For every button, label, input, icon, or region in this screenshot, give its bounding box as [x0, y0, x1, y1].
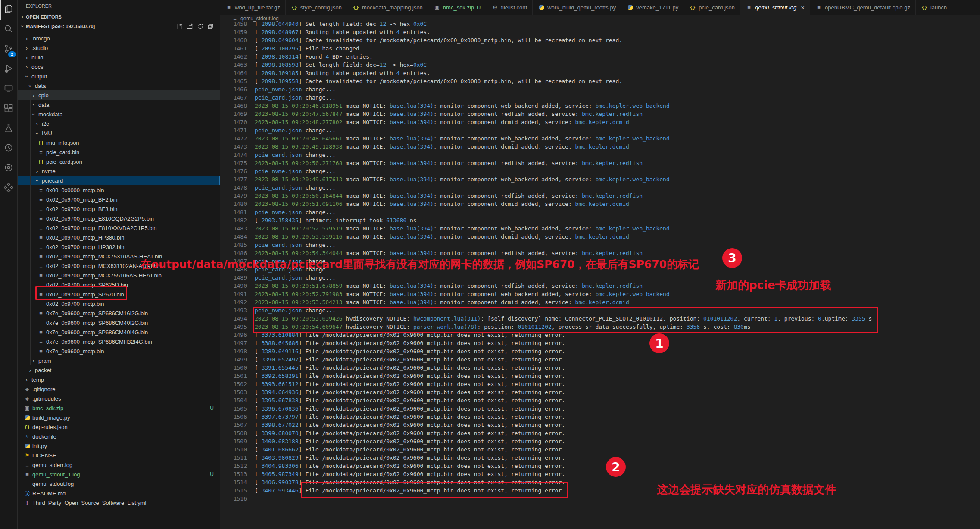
log-line-1513[interactable]: 1513[ 3405.987349] File /mockdata/pcieca… — [220, 470, 980, 478]
log-line-1470[interactable]: 14702023-08-15 09:20:48.277802 maca NOTI… — [220, 118, 980, 126]
tree-item-docs[interactable]: ›docs — [17, 62, 220, 72]
tree-item-build[interactable]: ›build — [17, 53, 220, 62]
log-line-1488[interactable]: 1488pcie_card.json change... — [220, 265, 980, 274]
activity-search-circle-button[interactable] — [0, 159, 17, 178]
new-file-icon[interactable] — [175, 22, 184, 31]
tab-work-build-qemu-rootfs-py[interactable]: work_build_qemu_rootfs.py — [533, 0, 621, 15]
tree-item-readme-md[interactable]: iREADME.md — [17, 489, 220, 498]
close-icon[interactable]: × — [801, 4, 805, 11]
log-line-1515[interactable]: 1515[ 3407.993446] File /mockdata/pcieca… — [220, 486, 980, 495]
activity-search-button[interactable] — [0, 20, 17, 40]
activity-testing-button[interactable] — [0, 119, 17, 139]
tree-item-0x7e-0x9600-mctp-sp686cm40i2g-bin[interactable]: ≡0x7e_0x9600_mctp_SP686CM40I2G.bin — [17, 318, 220, 327]
log-line-1503[interactable]: 1503[ 3394.664936] File /mockdata/pcieca… — [220, 388, 980, 396]
tree-item-imu-info-json[interactable]: {}imu_info.json — [17, 138, 220, 147]
log-line-1510[interactable]: 1510[ 3401.686662] File /mockdata/pcieca… — [220, 445, 980, 454]
log-line-1486[interactable]: 14862023-08-15 09:20:54.344044 maca NOTI… — [220, 249, 980, 257]
tree-item-pcie-card-bin[interactable]: ≡pcie_card.bin — [17, 147, 220, 157]
collapse-all-icon[interactable] — [206, 22, 215, 31]
tree-item-data[interactable]: ›data — [17, 100, 220, 109]
log-line-1500[interactable]: 1500[ 3391.655445] File /mockdata/pcieca… — [220, 364, 980, 372]
log-line-1492[interactable]: 14922023-08-15 09:20:53.504213 maca NOTI… — [220, 298, 980, 306]
log-line-1479[interactable]: 14792023-08-15 09:20:50.164844 maca NOTI… — [220, 192, 980, 200]
tree-item-0x02-0x9700-mctp-hp382-bin[interactable]: ≡0x02_0x9700_mctp_HP382.bin — [17, 242, 220, 252]
log-line-1465[interactable]: 1465[ 2098.109558] Cache invalidated for… — [220, 77, 980, 85]
tree-item-0x02-0x9700-mctp-hp380-bin[interactable]: ≡0x02_0x9700_mctp_HP380.bin — [17, 233, 220, 242]
log-line-1508[interactable]: 1508[ 3399.680070] File /mockdata/pcieca… — [220, 429, 980, 437]
tree-item-bmc-sdk-zip[interactable]: ▣bmc_sdk.zipU — [17, 403, 220, 413]
log-line-1507[interactable]: 1507[ 3398.677022] File /mockdata/pcieca… — [220, 421, 980, 429]
log-line-1476[interactable]: 1476pcie_nvme.json change... — [220, 167, 980, 175]
tree-item-0x02-0x9700-mctp-mcx755106as-heat-bin[interactable]: ≡0x02_0x9700_mctp_MCX755106AS-HEAT.bin — [17, 271, 220, 280]
breadcrumb[interactable]: ≡ qemu_stdout.log — [220, 15, 980, 22]
tree-item-license[interactable]: ⚑LICENSE — [17, 451, 220, 460]
log-line-1512[interactable]: 1512[ 3404.983306] File /mockdata/pcieca… — [220, 462, 980, 470]
tree-item-cpio[interactable]: ›cpio — [17, 90, 220, 100]
tree-item-qemu-stdout-log[interactable]: ≡qemu_stdout.log — [17, 479, 220, 489]
log-line-1481[interactable]: 1481pcie_nvme.json change... — [220, 208, 980, 216]
log-line-1487[interactable]: 1487pcie_nvme.json change... — [220, 257, 980, 265]
tree-item-imu[interactable]: ›IMU — [17, 128, 220, 138]
log-line-1511[interactable]: 1511[ 3403.980829] File /mockdata/pcieca… — [220, 454, 980, 462]
log-line-1506[interactable]: 1506[ 3397.673797] File /mockdata/pcieca… — [220, 413, 980, 421]
log-line-1480[interactable]: 14802023-08-15 09:20:51.091106 maca NOTI… — [220, 200, 980, 208]
new-folder-icon[interactable] — [185, 22, 194, 31]
tree-item-gitignore[interactable]: ◆.gitignore — [17, 384, 220, 394]
tree-item-0x02-0x9700-mctp-mcx631102an-adat-bin[interactable]: ≡0x02_0x9700_mctp_MCX631102AN-ADAT.bin — [17, 261, 220, 271]
tree-item-0x02-0x9700-mctp-bf2-bin[interactable]: ≡0x02_0x9700_mctp_BF2.bin — [17, 195, 220, 204]
log-line-1499[interactable]: 1499[ 3390.652497] File /mockdata/pcieca… — [220, 355, 980, 364]
activity-run-debug-button[interactable] — [0, 59, 17, 79]
tree-item-0x7e-0x9600-mctp-bin[interactable]: ≡0x7e_0x9600_mctp.bin — [17, 346, 220, 356]
ellipsis-icon[interactable]: ⋯ — [206, 2, 213, 10]
tree-item-studio[interactable]: ›.studio — [17, 43, 220, 53]
tab-bmc-sdk-zip[interactable]: ▣bmc_sdk.zipU — [428, 0, 487, 15]
log-line-1497[interactable]: 1497[ 3388.645686] File /mockdata/pcieca… — [220, 339, 980, 347]
tree-item-init-py[interactable]: init.py — [17, 441, 220, 451]
tree-item-third-party-open-source-software-list-yml[interactable]: !Third_Party_Open_Source_Software_List.y… — [17, 498, 220, 507]
activity-remote-explorer-button[interactable] — [0, 79, 17, 99]
tree-item-nvme[interactable]: ›nvme — [17, 166, 220, 176]
tab-mockdata-mapping-json[interactable]: {}mockdata_mapping.json — [347, 0, 428, 15]
log-line-1460[interactable]: 1460[ 2098.049604] Cache invalidated for… — [220, 36, 980, 44]
log-line-1477[interactable]: 14772023-08-15 09:20:49.617613 maca NOTI… — [220, 175, 980, 184]
activity-extensions-button[interactable] — [0, 99, 17, 119]
tree-item-dep-rules-json[interactable]: {}dep-rules.json — [17, 422, 220, 432]
tree-item-0x02-0x9700-mctp-e810xxvda2g1p5-bin[interactable]: ≡0x02_0x9700_mctp_E810XXVDA2G1P5.bin — [17, 223, 220, 233]
tab-qemu-stdout-log[interactable]: ≡qemu_stdout.log× — [740, 0, 810, 15]
tree-item-0x02-0x9700-mctp-bf3-bin[interactable]: ≡0x02_0x9700_mctp_BF3.bin — [17, 204, 220, 214]
log-line-1474[interactable]: 1474pcie_card.json change... — [220, 151, 980, 159]
log-line-1493[interactable]: 1493pcie_nvme.json change... — [220, 306, 980, 314]
activity-pieces-button[interactable] — [0, 178, 17, 198]
log-line-1469[interactable]: 14692023-08-15 09:20:47.567847 maca NOTI… — [220, 110, 980, 118]
log-line-1461[interactable]: 1461[ 2098.100295] File has changed. — [220, 44, 980, 53]
log-line-1478[interactable]: 1478pcie_card.json change... — [220, 184, 980, 192]
tree-item-data[interactable]: ›data — [17, 81, 220, 90]
tree-item-build-image-py[interactable]: build_image.py — [17, 413, 220, 422]
log-line-1471[interactable]: 1471pcie_nvme.json change... — [220, 126, 980, 134]
log-line-1467[interactable]: 1467pcie_card.json change... — [220, 93, 980, 102]
log-line-1473[interactable]: 14732023-08-15 09:20:49.128938 maca NOTI… — [220, 143, 980, 151]
tree-item-qemu-stdout-1-log[interactable]: ≡qemu_stdout_1.logU — [17, 470, 220, 479]
log-line-1494[interactable]: 14942023-08-15 09:20:53.039426 hwdiscove… — [220, 314, 980, 323]
tab-pcie-card-json[interactable]: {}pcie_card.json — [684, 0, 740, 15]
log-line-1509[interactable]: 1509[ 3400.683188] File /mockdata/pcieca… — [220, 437, 980, 445]
log-line-1463[interactable]: 1463[ 2098.108598] Set length field: dec… — [220, 61, 980, 69]
tree-item-output[interactable]: ›output — [17, 72, 220, 81]
tree-item-temp[interactable]: ›temp — [17, 375, 220, 384]
tree-item-pcie-card-json[interactable]: {}pcie_card.json — [17, 157, 220, 166]
log-line-1466[interactable]: 1466pcie_nvme.json change... — [220, 85, 980, 93]
log-line-1502[interactable]: 1502[ 3393.661512] File /mockdata/pcieca… — [220, 380, 980, 388]
activity-history-button[interactable] — [0, 139, 17, 159]
tree-item-0x7e-0x9600-mctp-sp686cmh32i4g-bin[interactable]: ≡0x7e_0x9600_mctp_SP686CMH32I4G.bin — [17, 337, 220, 346]
tree-item-i2c[interactable]: ›i2c — [17, 119, 220, 128]
tree-item-bmcgo[interactable]: ›.bmcgo — [17, 34, 220, 43]
log-line-1496[interactable]: 1496[ 3373.610884] File /mockdata/pcieca… — [220, 331, 980, 339]
tree-item-0x7e-0x9600-mctp-sp686cm16i2g-bin[interactable]: ≡0x7e_0x9600_mctp_SP686CM16I2G.bin — [17, 308, 220, 318]
tree-item-qemu-stderr-log[interactable]: ≡qemu_stderr.log — [17, 460, 220, 470]
log-line-1489[interactable]: 1489pcie_card.json change... — [220, 274, 980, 282]
log-line-1505[interactable]: 1505[ 3396.670836] File /mockdata/pcieca… — [220, 405, 980, 413]
log-line-1514[interactable]: 1514[ 3406.990378] File /mockdata/pcieca… — [220, 478, 980, 486]
manifest-section-header[interactable]: › MANIFEST [SSH: 192.168.0.70] — [17, 22, 220, 31]
tree-item-0x02-0x9700-mctp-bin[interactable]: ≡0x02_0x9700_mctp.bin — [17, 299, 220, 308]
tree-item-0x02-0x9700-mctp-mcx75310aas-heat-bin[interactable]: ≡0x02_0x9700_mctp_MCX75310AAS-HEAT.bin — [17, 252, 220, 261]
